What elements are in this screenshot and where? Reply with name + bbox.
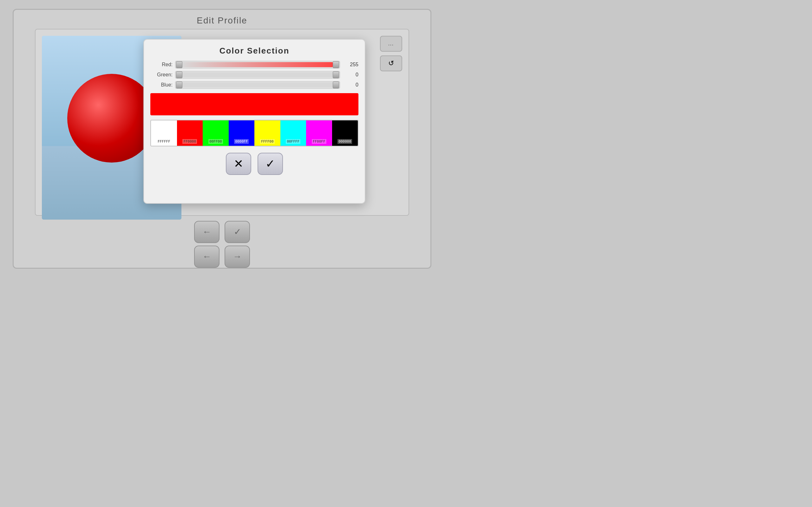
back-button-2[interactable]: ← xyxy=(194,245,219,268)
swatch-blue[interactable]: 0000FF xyxy=(229,120,255,146)
confirm-button-1[interactable]: ✓ xyxy=(224,221,250,243)
red-thumb-right[interactable] xyxy=(333,61,339,68)
dots-button[interactable]: ... xyxy=(380,36,402,52)
right-buttons: ... ↺ xyxy=(380,36,402,71)
refresh-button[interactable]: ↺ xyxy=(380,55,402,71)
color-selection-dialog: Color Selection Red: 255 Green: xyxy=(143,39,365,204)
inner-frame: ... ↺ × Number Foreground Color Number B… xyxy=(35,29,409,216)
red-slider[interactable] xyxy=(175,61,340,68)
green-thumb-right[interactable] xyxy=(333,71,339,78)
swatch-label-yellow: FFFF00 xyxy=(260,139,275,144)
swatch-white[interactable]: FFFFFF xyxy=(151,120,177,146)
color-preview-bar xyxy=(150,93,358,115)
green-slider-row: Green: 0 xyxy=(150,71,358,78)
swatch-label-green: 00FF00 xyxy=(208,139,223,144)
red-thumb-left[interactable] xyxy=(176,61,183,68)
sliders-section: Red: 255 Green: 0 xyxy=(150,61,358,89)
swatch-label-magenta: FF00FF xyxy=(312,139,326,144)
color-dialog-title: Color Selection xyxy=(219,46,290,56)
swatch-label-blue: 0000FF xyxy=(234,139,249,144)
swatch-cyan[interactable]: 00FFFF xyxy=(281,120,306,146)
swatch-label-cyan: 00FFFF xyxy=(286,139,300,144)
swatch-label-red: FF0000 xyxy=(183,139,197,144)
swatch-red[interactable]: FF0000 xyxy=(177,120,203,146)
forward-button-2[interactable]: → xyxy=(224,245,250,268)
green-fill xyxy=(183,72,333,77)
red-fill xyxy=(183,62,333,67)
blue-label: Blue: xyxy=(150,82,172,88)
green-value: 0 xyxy=(343,72,358,78)
swatch-label-white: FFFFFF xyxy=(157,139,171,144)
swatch-green[interactable]: 00FF00 xyxy=(203,120,229,146)
dialog-buttons: ✕ ✓ xyxy=(226,153,283,175)
back-button-1[interactable]: ← xyxy=(194,221,219,243)
swatch-black[interactable]: 000000 xyxy=(332,120,358,146)
bottom-nav-1: ← ✓ xyxy=(194,221,250,243)
green-thumb-left[interactable] xyxy=(176,71,183,78)
confirm-button[interactable]: ✓ xyxy=(258,153,283,175)
swatch-label-black: 000000 xyxy=(338,139,352,144)
outer-frame: Edit Profile ... ↺ × Number Foreground C… xyxy=(13,9,432,269)
blue-fill xyxy=(183,82,333,88)
red-value: 255 xyxy=(343,62,358,67)
blue-thumb-right[interactable] xyxy=(333,81,339,89)
blue-slider[interactable] xyxy=(175,81,340,89)
blue-thumb-left[interactable] xyxy=(176,81,183,89)
blue-slider-row: Blue: 0 xyxy=(150,81,358,89)
cancel-button[interactable]: ✕ xyxy=(226,153,251,175)
blue-value: 0 xyxy=(343,82,358,88)
red-label: Red: xyxy=(150,62,172,67)
green-label: Green: xyxy=(150,72,172,78)
edit-profile-title: Edit Profile xyxy=(197,15,247,26)
red-slider-row: Red: 255 xyxy=(150,61,358,68)
ball-3d xyxy=(67,74,156,163)
color-swatches: FFFFFF FF0000 00FF00 0000FF FFFF00 00FFF… xyxy=(150,120,358,147)
green-slider[interactable] xyxy=(175,71,340,78)
bottom-nav-2: ← → xyxy=(194,245,250,268)
swatch-yellow[interactable]: FFFF00 xyxy=(254,120,281,146)
swatch-magenta[interactable]: FF00FF xyxy=(306,120,332,146)
